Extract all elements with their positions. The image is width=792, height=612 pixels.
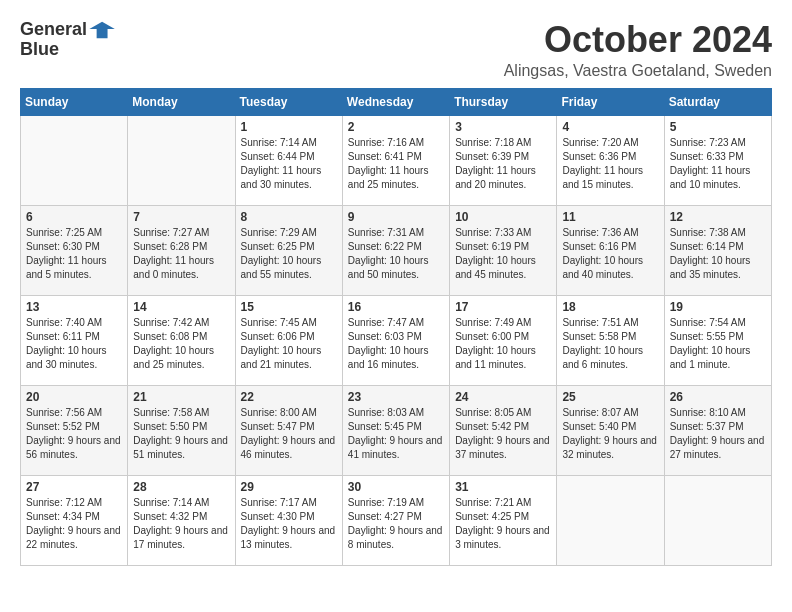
header-friday: Friday	[557, 88, 664, 115]
calendar-cell: 12 Sunrise: 7:38 AMSunset: 6:14 PMDaylig…	[664, 205, 771, 295]
day-detail: Sunrise: 7:14 AMSunset: 6:44 PMDaylight:…	[241, 137, 322, 190]
header-row: Sunday Monday Tuesday Wednesday Thursday…	[21, 88, 772, 115]
day-detail: Sunrise: 7:21 AMSunset: 4:25 PMDaylight:…	[455, 497, 550, 550]
day-number: 15	[241, 300, 337, 314]
day-number: 21	[133, 390, 229, 404]
day-number: 30	[348, 480, 444, 494]
day-detail: Sunrise: 7:29 AMSunset: 6:25 PMDaylight:…	[241, 227, 322, 280]
day-number: 4	[562, 120, 658, 134]
calendar-cell: 3 Sunrise: 7:18 AMSunset: 6:39 PMDayligh…	[450, 115, 557, 205]
calendar-cell	[21, 115, 128, 205]
calendar-cell: 13 Sunrise: 7:40 AMSunset: 6:11 PMDaylig…	[21, 295, 128, 385]
calendar-cell: 18 Sunrise: 7:51 AMSunset: 5:58 PMDaylig…	[557, 295, 664, 385]
day-detail: Sunrise: 7:19 AMSunset: 4:27 PMDaylight:…	[348, 497, 443, 550]
day-detail: Sunrise: 7:17 AMSunset: 4:30 PMDaylight:…	[241, 497, 336, 550]
day-number: 25	[562, 390, 658, 404]
calendar-cell: 5 Sunrise: 7:23 AMSunset: 6:33 PMDayligh…	[664, 115, 771, 205]
calendar-cell: 21 Sunrise: 7:58 AMSunset: 5:50 PMDaylig…	[128, 385, 235, 475]
header-wednesday: Wednesday	[342, 88, 449, 115]
title-area: October 2024 Alingsas, Vaestra Goetaland…	[504, 20, 772, 80]
calendar-cell: 7 Sunrise: 7:27 AMSunset: 6:28 PMDayligh…	[128, 205, 235, 295]
logo-general: General	[20, 20, 87, 40]
day-number: 12	[670, 210, 766, 224]
day-detail: Sunrise: 7:31 AMSunset: 6:22 PMDaylight:…	[348, 227, 429, 280]
calendar-cell: 28 Sunrise: 7:14 AMSunset: 4:32 PMDaylig…	[128, 475, 235, 565]
calendar-cell: 26 Sunrise: 8:10 AMSunset: 5:37 PMDaylig…	[664, 385, 771, 475]
day-number: 31	[455, 480, 551, 494]
calendar-cell: 9 Sunrise: 7:31 AMSunset: 6:22 PMDayligh…	[342, 205, 449, 295]
calendar-cell: 14 Sunrise: 7:42 AMSunset: 6:08 PMDaylig…	[128, 295, 235, 385]
day-number: 11	[562, 210, 658, 224]
day-detail: Sunrise: 7:36 AMSunset: 6:16 PMDaylight:…	[562, 227, 643, 280]
day-number: 26	[670, 390, 766, 404]
calendar-cell: 15 Sunrise: 7:45 AMSunset: 6:06 PMDaylig…	[235, 295, 342, 385]
calendar-cell: 19 Sunrise: 7:54 AMSunset: 5:55 PMDaylig…	[664, 295, 771, 385]
calendar-cell: 8 Sunrise: 7:29 AMSunset: 6:25 PMDayligh…	[235, 205, 342, 295]
svg-marker-0	[89, 22, 114, 38]
day-number: 24	[455, 390, 551, 404]
calendar-body: 1 Sunrise: 7:14 AMSunset: 6:44 PMDayligh…	[21, 115, 772, 565]
header-monday: Monday	[128, 88, 235, 115]
logo-area: General Blue	[20, 20, 117, 60]
day-number: 22	[241, 390, 337, 404]
calendar-cell: 10 Sunrise: 7:33 AMSunset: 6:19 PMDaylig…	[450, 205, 557, 295]
calendar-cell: 11 Sunrise: 7:36 AMSunset: 6:16 PMDaylig…	[557, 205, 664, 295]
header-saturday: Saturday	[664, 88, 771, 115]
day-number: 6	[26, 210, 122, 224]
day-number: 29	[241, 480, 337, 494]
calendar-week-5: 27 Sunrise: 7:12 AMSunset: 4:34 PMDaylig…	[21, 475, 772, 565]
calendar-cell: 31 Sunrise: 7:21 AMSunset: 4:25 PMDaylig…	[450, 475, 557, 565]
header-tuesday: Tuesday	[235, 88, 342, 115]
day-detail: Sunrise: 7:49 AMSunset: 6:00 PMDaylight:…	[455, 317, 536, 370]
calendar-cell: 2 Sunrise: 7:16 AMSunset: 6:41 PMDayligh…	[342, 115, 449, 205]
day-number: 10	[455, 210, 551, 224]
day-detail: Sunrise: 8:07 AMSunset: 5:40 PMDaylight:…	[562, 407, 657, 460]
calendar-week-2: 6 Sunrise: 7:25 AMSunset: 6:30 PMDayligh…	[21, 205, 772, 295]
day-detail: Sunrise: 7:20 AMSunset: 6:36 PMDaylight:…	[562, 137, 643, 190]
logo-icon	[89, 20, 117, 40]
day-detail: Sunrise: 7:25 AMSunset: 6:30 PMDaylight:…	[26, 227, 107, 280]
day-detail: Sunrise: 7:40 AMSunset: 6:11 PMDaylight:…	[26, 317, 107, 370]
day-detail: Sunrise: 7:23 AMSunset: 6:33 PMDaylight:…	[670, 137, 751, 190]
day-detail: Sunrise: 7:33 AMSunset: 6:19 PMDaylight:…	[455, 227, 536, 280]
day-detail: Sunrise: 7:12 AMSunset: 4:34 PMDaylight:…	[26, 497, 121, 550]
day-number: 14	[133, 300, 229, 314]
calendar-cell: 1 Sunrise: 7:14 AMSunset: 6:44 PMDayligh…	[235, 115, 342, 205]
day-detail: Sunrise: 7:42 AMSunset: 6:08 PMDaylight:…	[133, 317, 214, 370]
day-number: 5	[670, 120, 766, 134]
day-number: 3	[455, 120, 551, 134]
calendar-cell: 16 Sunrise: 7:47 AMSunset: 6:03 PMDaylig…	[342, 295, 449, 385]
day-detail: Sunrise: 7:38 AMSunset: 6:14 PMDaylight:…	[670, 227, 751, 280]
day-detail: Sunrise: 8:05 AMSunset: 5:42 PMDaylight:…	[455, 407, 550, 460]
day-detail: Sunrise: 8:10 AMSunset: 5:37 PMDaylight:…	[670, 407, 765, 460]
day-detail: Sunrise: 7:18 AMSunset: 6:39 PMDaylight:…	[455, 137, 536, 190]
day-number: 9	[348, 210, 444, 224]
day-number: 16	[348, 300, 444, 314]
day-detail: Sunrise: 7:16 AMSunset: 6:41 PMDaylight:…	[348, 137, 429, 190]
day-number: 2	[348, 120, 444, 134]
page-header: General Blue October 2024 Alingsas, Vaes…	[20, 20, 772, 80]
day-number: 27	[26, 480, 122, 494]
logo-blue: Blue	[20, 40, 59, 60]
day-detail: Sunrise: 8:00 AMSunset: 5:47 PMDaylight:…	[241, 407, 336, 460]
calendar-cell: 30 Sunrise: 7:19 AMSunset: 4:27 PMDaylig…	[342, 475, 449, 565]
calendar-cell	[664, 475, 771, 565]
calendar-cell: 23 Sunrise: 8:03 AMSunset: 5:45 PMDaylig…	[342, 385, 449, 475]
day-detail: Sunrise: 7:47 AMSunset: 6:03 PMDaylight:…	[348, 317, 429, 370]
calendar-cell: 25 Sunrise: 8:07 AMSunset: 5:40 PMDaylig…	[557, 385, 664, 475]
day-detail: Sunrise: 7:14 AMSunset: 4:32 PMDaylight:…	[133, 497, 228, 550]
calendar-cell: 22 Sunrise: 8:00 AMSunset: 5:47 PMDaylig…	[235, 385, 342, 475]
day-number: 7	[133, 210, 229, 224]
day-detail: Sunrise: 7:27 AMSunset: 6:28 PMDaylight:…	[133, 227, 214, 280]
calendar-cell: 4 Sunrise: 7:20 AMSunset: 6:36 PMDayligh…	[557, 115, 664, 205]
day-detail: Sunrise: 7:58 AMSunset: 5:50 PMDaylight:…	[133, 407, 228, 460]
header-thursday: Thursday	[450, 88, 557, 115]
day-number: 1	[241, 120, 337, 134]
day-number: 13	[26, 300, 122, 314]
calendar-table: Sunday Monday Tuesday Wednesday Thursday…	[20, 88, 772, 566]
day-detail: Sunrise: 7:56 AMSunset: 5:52 PMDaylight:…	[26, 407, 121, 460]
calendar-cell: 24 Sunrise: 8:05 AMSunset: 5:42 PMDaylig…	[450, 385, 557, 475]
calendar-cell: 17 Sunrise: 7:49 AMSunset: 6:00 PMDaylig…	[450, 295, 557, 385]
header-sunday: Sunday	[21, 88, 128, 115]
calendar-cell	[128, 115, 235, 205]
